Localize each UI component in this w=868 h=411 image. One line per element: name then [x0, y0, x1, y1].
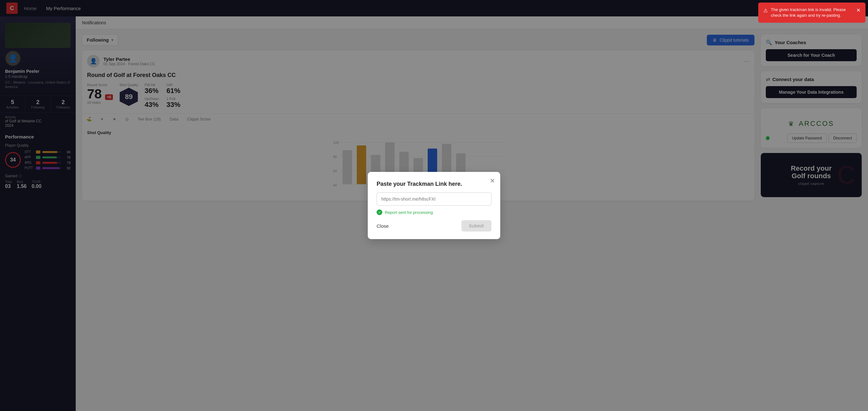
toast-close-button[interactable]: ✕ — [856, 7, 861, 14]
modal-overlay[interactable]: Paste your Trackman Link here. ✕ ✓ Repor… — [0, 0, 868, 411]
toast-message: The given trackman link is invalid. Plea… — [771, 7, 853, 18]
modal-success-message: ✓ Report sent for processing — [377, 210, 491, 215]
error-toast: ⚠ The given trackman link is invalid. Pl… — [758, 2, 866, 23]
success-text: Report sent for processing — [385, 210, 433, 215]
modal-close-button[interactable]: Close — [377, 223, 389, 229]
trackman-modal: Paste your Trackman Link here. ✕ ✓ Repor… — [368, 172, 500, 239]
modal-actions: Close Submit — [377, 220, 491, 231]
success-check-icon: ✓ — [377, 210, 382, 215]
modal-close-x-button[interactable]: ✕ — [490, 177, 495, 185]
trackman-link-input[interactable] — [377, 192, 491, 205]
modal-title: Paste your Trackman Link here. — [377, 181, 491, 187]
modal-submit-button[interactable]: Submit — [461, 220, 491, 231]
warning-icon: ⚠ — [763, 7, 768, 14]
